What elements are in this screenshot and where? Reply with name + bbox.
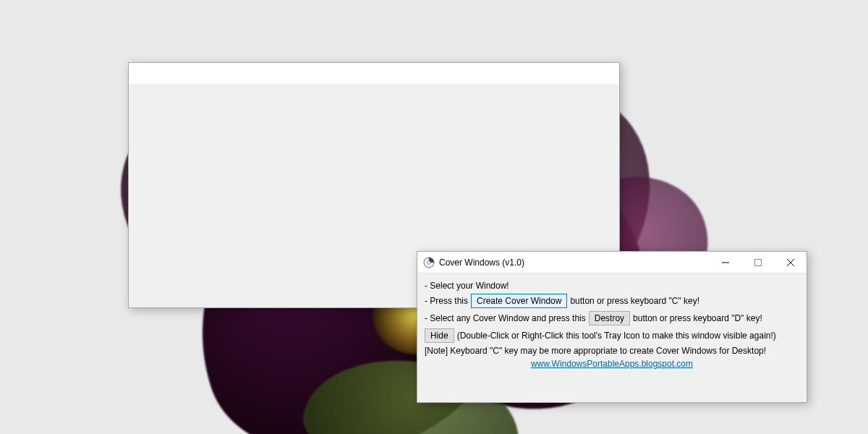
instruction-press-this: - Press this	[425, 296, 468, 306]
window-body: - Select your Window! - Press this Creat…	[417, 273, 807, 375]
create-cover-window-button[interactable]: Create Cover Window	[471, 294, 567, 308]
window-title: Cover Windows (v1.0)	[439, 258, 524, 268]
svg-point-1	[427, 260, 430, 263]
cover-windows-window[interactable]: Cover Windows (v1.0) - Select your Windo…	[417, 251, 807, 403]
instruction-select-window: - Select your Window!	[425, 281, 509, 291]
destroy-button[interactable]: Destroy	[589, 311, 630, 326]
app-icon	[423, 257, 435, 268]
instruction-after-destroy: button or press keyboard "D" key!	[633, 313, 762, 323]
minimize-button[interactable]	[709, 252, 741, 273]
instruction-after-create: button or press keyboard "C" key!	[570, 296, 699, 306]
website-link[interactable]: www.WindowsPortableApps.blogspot.com	[531, 359, 693, 369]
hide-hint: (Double-Click or Right-Click this tool's…	[457, 331, 776, 341]
titlebar[interactable]: Cover Windows (v1.0)	[417, 252, 807, 273]
close-icon	[787, 259, 794, 266]
instruction-select-cover: - Select any Cover Window and press this	[425, 313, 586, 323]
minimize-icon	[722, 259, 729, 266]
hide-button[interactable]: Hide	[425, 328, 454, 343]
note-text: [Note] Keyboard "C" key may be more appr…	[425, 346, 766, 356]
maximize-icon	[754, 259, 762, 266]
maximize-button[interactable]	[741, 252, 774, 273]
background-window-titlebar[interactable]	[129, 63, 619, 85]
close-button[interactable]	[774, 252, 807, 273]
svg-rect-3	[754, 259, 761, 265]
